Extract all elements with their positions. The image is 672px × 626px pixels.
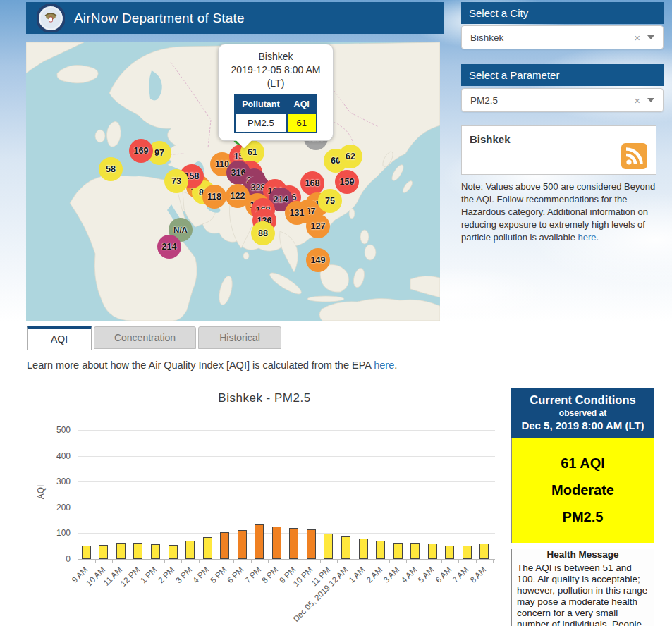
chart-bar: [151, 544, 160, 559]
chart-ytick-label: 500: [35, 425, 71, 435]
map-marker[interactable]: 118: [202, 185, 226, 209]
chart-axis-tick: [458, 559, 459, 563]
map-marker[interactable]: 58: [99, 157, 123, 181]
chart-axis-tick: [233, 559, 234, 563]
chart-axis-tick: [406, 559, 407, 563]
cc-aqi-category: Moderate: [512, 477, 654, 503]
chart-axis-tick: [199, 559, 200, 563]
map-marker[interactable]: 131: [285, 201, 309, 225]
popup-aqi-value: 61: [287, 113, 317, 133]
learn-more-body: Learn more about how the Air Quality Ind…: [27, 360, 371, 371]
tab-concentration[interactable]: Concentration: [94, 326, 196, 349]
department-of-state-seal-icon: [37, 4, 65, 32]
current-conditions-panel: Current Conditions observed at Dec 5, 20…: [511, 388, 654, 626]
chart-axis-tick: [320, 559, 321, 563]
chart-gridline: [78, 456, 495, 457]
cc-datetime: Dec 5, 2019 8:00 AM (LT): [513, 419, 653, 433]
chart-gridline: [78, 430, 495, 431]
cc-health-text: The AQI is between 51 and 100. Air quali…: [512, 563, 654, 626]
select-parameter-header: Select a Parameter: [461, 64, 664, 86]
chart-bar: [82, 546, 91, 559]
chart-axis-tick: [78, 559, 78, 563]
aqi-bar-chart: Bishkek - PM2.5 AQI 01002003004005009 AM…: [28, 384, 501, 626]
chart-ytick-label: 200: [35, 503, 71, 513]
cc-aqi-value: 61 AQI: [512, 450, 654, 477]
rss-icon[interactable]: [621, 143, 647, 169]
chart-title: Bishkek - PM2.5: [28, 391, 501, 405]
chart-bar: [376, 541, 385, 559]
app-title: AirNow Department of State: [74, 11, 245, 26]
chart-bar: [410, 543, 420, 559]
popup-city: Bishkek: [223, 50, 329, 63]
popup-datetime: 2019-12-05 8:00 AM (LT): [223, 63, 329, 90]
chart-bar: [341, 536, 350, 559]
map-marker[interactable]: 62: [338, 145, 362, 168]
chart-bar: [220, 532, 229, 559]
map-marker[interactable]: 88: [251, 221, 275, 245]
app-header: AirNow Department of State: [26, 2, 444, 34]
chart-axis-tick: [164, 559, 165, 563]
chart-bar: [445, 546, 454, 559]
parameter-select-value: PM2.5: [462, 95, 627, 106]
city-clear-icon[interactable]: ×: [627, 32, 647, 44]
chart-axis-tick: [441, 559, 442, 563]
chart-axis-tick: [493, 559, 494, 563]
map-marker[interactable]: 127: [306, 214, 330, 238]
note-text: Note: Values above 500 are considered Be…: [461, 181, 655, 243]
beyond-aqi-note: Note: Values above 500 are considered Be…: [461, 180, 663, 244]
cc-aqi-box: 61 AQI Moderate PM2.5: [511, 438, 654, 543]
parameter-caret-icon[interactable]: [647, 98, 654, 102]
chart-x-axis-line: [78, 559, 495, 560]
chart-gridline: [78, 481, 495, 482]
chart-axis-tick: [424, 559, 424, 563]
note-here-link[interactable]: here: [578, 232, 597, 243]
airnow-page: AirNow Department of State: [0, 0, 672, 626]
chart-axis-tick: [147, 559, 147, 563]
chart-bar: [307, 529, 316, 559]
chart-bar: [479, 544, 489, 559]
parameter-select[interactable]: PM2.5 ×: [461, 88, 664, 112]
parameter-clear-icon[interactable]: ×: [627, 94, 647, 106]
chart-bar: [463, 546, 472, 559]
popup-pollutant-value: PM2.5: [235, 113, 286, 133]
city-caret-icon[interactable]: [647, 35, 654, 39]
chart-bar: [428, 544, 437, 559]
chart-axis-tick: [112, 559, 113, 563]
chart-bar: [324, 534, 333, 559]
chart-axis-tick: [251, 559, 252, 563]
map-marker[interactable]: 75: [318, 189, 342, 213]
world-aqi-map[interactable]: 9716958110149811181587313215261153162883…: [26, 42, 440, 321]
learn-more-period: .: [394, 360, 397, 371]
chart-axis-tick: [130, 559, 130, 563]
chart-bar: [289, 528, 298, 559]
map-marker[interactable]: 149: [306, 248, 330, 272]
map-marker[interactable]: 168: [300, 171, 324, 195]
map-marker[interactable]: 73: [164, 169, 188, 193]
chart-axis-tick: [337, 559, 338, 563]
tab-aqi[interactable]: AQI: [27, 326, 92, 350]
tab-historical[interactable]: Historical: [198, 326, 281, 349]
chart-ytick-label: 400: [35, 451, 71, 461]
chart-bar: [99, 545, 108, 559]
map-marker[interactable]: 169: [129, 139, 153, 163]
chart-axis-tick: [476, 559, 477, 563]
map-popup: Bishkek 2019-12-05 8:00 AM (LT) Pollutan…: [218, 44, 334, 141]
map-marker[interactable]: 159: [335, 170, 359, 194]
chart-bar: [203, 537, 212, 559]
chart-ylabel: AQI: [36, 485, 46, 500]
chart-axis-tick: [355, 559, 355, 563]
current-conditions-header: Current Conditions observed at Dec 5, 20…: [511, 388, 654, 438]
map-marker[interactable]: 214: [157, 235, 181, 259]
chart-gridline: [78, 508, 495, 508]
popup-col-pollutant: Pollutant: [235, 95, 286, 113]
chart-bar: [272, 527, 281, 559]
learn-more-here-link[interactable]: here: [374, 360, 394, 371]
chart-bar: [133, 543, 142, 559]
chart-bar: [116, 543, 126, 559]
chart-ytick-label: 0: [35, 554, 71, 564]
city-select[interactable]: Bishkek ×: [461, 25, 664, 49]
learn-more-text: Learn more about how the Air Quality Ind…: [27, 360, 397, 371]
chart-bar: [185, 541, 195, 559]
note-period: .: [597, 232, 599, 243]
chart-bar: [255, 524, 264, 559]
